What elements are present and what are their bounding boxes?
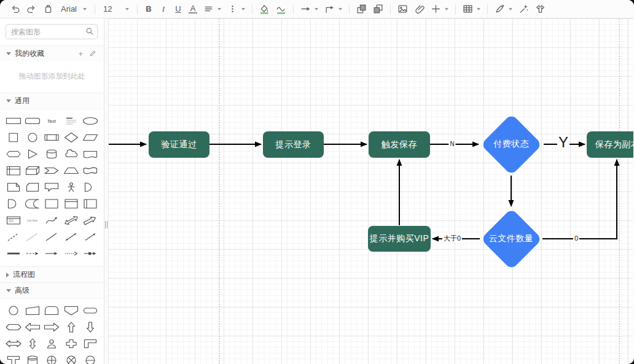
shape-rounded-rectangle[interactable]	[23, 112, 42, 129]
sidebar-section-flowchart[interactable]: 流程图	[0, 266, 104, 282]
toolbar-arrow-style[interactable]	[298, 2, 321, 15]
shape-arrow-up[interactable]	[61, 319, 80, 335]
toolbar-italic[interactable]: I	[157, 3, 170, 15]
toolbar-undo[interactable]	[7, 2, 23, 15]
toolbar-line-style[interactable]	[273, 2, 289, 15]
shape-cube[interactable]	[23, 162, 42, 179]
toolbar-fill-color[interactable]	[257, 2, 272, 15]
node-trigger-save[interactable]: 触发保存	[369, 131, 430, 158]
toolbar-insert-link[interactable]	[412, 2, 427, 15]
edge-label-cloudcount-to-savecopy[interactable]: 0	[573, 234, 579, 242]
shape-dashed-line[interactable]	[4, 228, 23, 245]
shape-arrow-right[interactable]	[42, 319, 61, 335]
shape-circle-cross[interactable]	[61, 352, 80, 364]
shape-arrow-left[interactable]	[23, 319, 42, 335]
shape-document[interactable]	[81, 145, 100, 162]
sidebar-section-general[interactable]: 通用	[0, 93, 104, 109]
shape-circle[interactable]	[23, 129, 42, 145]
shape-diamond[interactable]	[61, 129, 80, 145]
shape-link[interactable]	[4, 245, 23, 261]
search-input[interactable]	[6, 24, 98, 39]
shape-dotted-line[interactable]	[23, 228, 42, 245]
toolbar-bold[interactable]: B	[142, 3, 155, 15]
node-verify-pass[interactable]: 验证通过	[149, 131, 209, 158]
shape-tee[interactable]	[4, 352, 23, 364]
shape-arrow-dashed[interactable]	[23, 245, 42, 261]
edge-cloudcount-to-savecopy[interactable]	[542, 160, 617, 239]
shape-cylinder[interactable]	[42, 145, 61, 162]
shape-cross[interactable]	[61, 335, 80, 352]
shape-manual-operation[interactable]	[23, 302, 42, 319]
toolbar-insert-image[interactable]	[395, 2, 410, 15]
shape-curve[interactable]	[42, 212, 61, 228]
toolbar-connector-style[interactable]	[322, 2, 345, 15]
shape-arrow-down[interactable]	[81, 319, 100, 335]
shape-internal-storage[interactable]	[4, 162, 23, 179]
node-save-as-copy[interactable]: 保存为副本	[587, 131, 633, 158]
shape-text[interactable]: Text	[42, 112, 61, 129]
shape-textbox[interactable]	[61, 112, 80, 129]
edge-label-cloudcount-to-buyvip[interactable]: 大于0	[442, 234, 462, 242]
toolbar-format-painter[interactable]	[41, 2, 56, 15]
add-favorite-icon[interactable]: +	[77, 50, 84, 58]
node-prompt-login[interactable]: 提示登录	[263, 131, 324, 158]
shape-and[interactable]	[4, 195, 23, 212]
shape-parallelogram[interactable]	[81, 129, 100, 145]
toolbar-freehand[interactable]	[492, 2, 515, 15]
shape-hexagon-adv[interactable]	[4, 319, 23, 335]
shape-circle-minus[interactable]	[81, 352, 100, 364]
edge-label-paystatus-to-savecopy[interactable]: Y	[557, 134, 569, 150]
toolbar-redo[interactable]	[24, 2, 39, 15]
shape-hexagon[interactable]	[4, 145, 23, 162]
shape-callout[interactable]	[42, 179, 61, 195]
shape-step[interactable]	[42, 162, 61, 179]
shape-tape[interactable]	[81, 162, 100, 179]
toolbar-send-back[interactable]	[370, 2, 386, 15]
shape-cloud[interactable]	[61, 145, 80, 162]
shape-data-store[interactable]	[23, 352, 42, 364]
edge-label-trigger-to-paystatus[interactable]: N	[448, 141, 455, 147]
shape-horizontal-container[interactable]	[81, 195, 100, 212]
shape-list-item[interactable]: List Item	[23, 212, 42, 228]
edit-favorite-icon[interactable]	[88, 50, 98, 58]
node-pay-status[interactable]: 付费状态	[480, 114, 542, 175]
toolbar-bring-front[interactable]	[354, 2, 369, 15]
shape-or[interactable]	[81, 179, 100, 195]
shape-data-storage[interactable]	[23, 195, 42, 212]
toolbar-font-family[interactable]: Arial	[57, 3, 90, 15]
shape-bidirectional-connector[interactable]	[61, 228, 80, 245]
toolbar-magic-wand[interactable]	[516, 2, 531, 15]
node-cloud-file-count[interactable]: 云文件数量	[480, 208, 542, 269]
shape-container[interactable]	[42, 195, 61, 212]
shape-corner[interactable]	[81, 335, 100, 352]
sidebar-section-favorites[interactable]: 我的收藏+	[0, 45, 104, 61]
shape-note[interactable]	[4, 179, 23, 195]
shape-process[interactable]	[42, 129, 61, 145]
shape-arrow-dashed-alt[interactable]	[61, 245, 80, 261]
node-prompt-buy-vip[interactable]: 提示并购买VIP	[368, 226, 431, 252]
shape-arrow-box[interactable]	[81, 245, 100, 261]
shape-triangle[interactable]	[23, 145, 42, 162]
shape-display[interactable]	[42, 302, 61, 319]
shape-directional-connector[interactable]	[81, 228, 100, 245]
sidebar-section-advanced[interactable]: 高级	[0, 282, 104, 298]
toolbar-font-size[interactable]: 12	[100, 3, 133, 15]
toolbar-align[interactable]	[201, 2, 224, 15]
shape-circle-adv[interactable]	[4, 302, 23, 319]
toolbar-insert-plus[interactable]	[428, 2, 451, 15]
diagram-canvas[interactable]: 验证通过提示登录触发保存付费状态保存为副本云文件数量提示并购买VIPNY大于00	[108, 18, 633, 364]
toolbar-font-color[interactable]: A	[186, 3, 200, 15]
shape-arrow-solid[interactable]	[42, 245, 61, 261]
shape-ellipse[interactable]	[81, 112, 100, 129]
shape-line[interactable]	[42, 228, 61, 245]
toolbar-underline[interactable]: U	[171, 3, 185, 15]
shape-circle-plus[interactable]	[42, 352, 61, 364]
shape-shield[interactable]	[61, 302, 80, 319]
shape-arrow-left-right[interactable]	[4, 335, 23, 352]
shape-vertical-container[interactable]	[61, 195, 80, 212]
shape-arrow-shape[interactable]	[81, 212, 100, 228]
shape-list[interactable]	[4, 212, 23, 228]
shape-card[interactable]	[23, 179, 42, 195]
toolbar-outline[interactable]	[533, 2, 548, 15]
shape-bidirectional-arrow[interactable]	[61, 212, 80, 228]
